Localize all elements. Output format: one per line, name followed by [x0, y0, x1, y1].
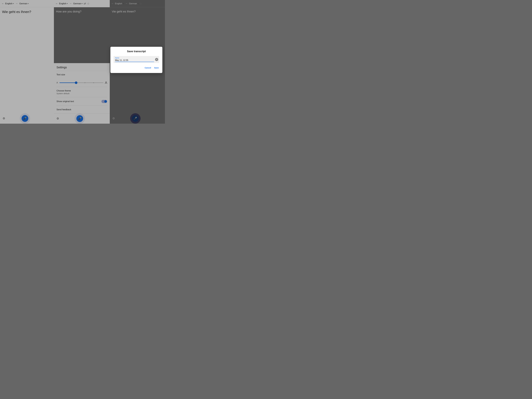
clear-name-button[interactable]: ✕	[155, 58, 158, 61]
cancel-button[interactable]: Cancel	[144, 66, 152, 70]
name-input[interactable]	[115, 59, 154, 62]
name-field-label: Name	[115, 57, 154, 59]
save-button[interactable]: Save	[154, 66, 159, 70]
dialog-actions: Cancel Save	[114, 66, 159, 70]
dialog-title: Save transcript	[114, 50, 159, 53]
name-field: Name ✕	[114, 56, 159, 63]
dialog-overlay: Save transcript Name ✕ Cancel Save	[0, 0, 165, 124]
save-transcript-dialog: Save transcript Name ✕ Cancel Save	[110, 47, 162, 73]
